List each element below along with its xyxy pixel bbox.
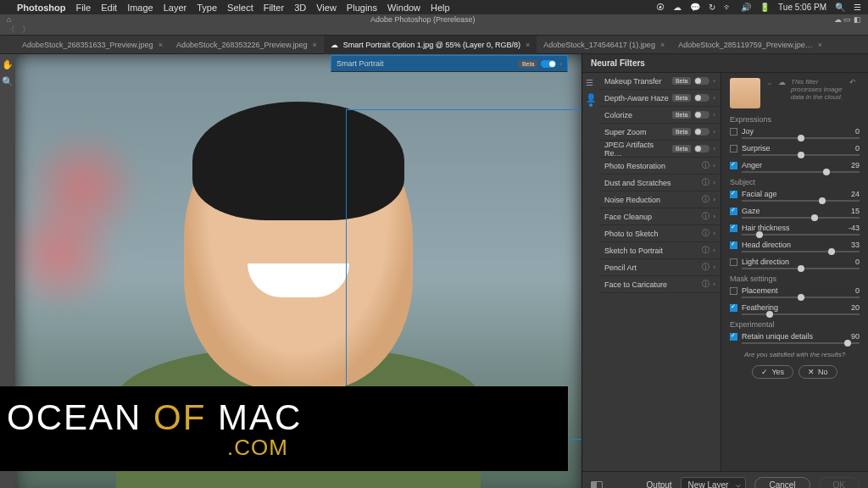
- tab-doc-4[interactable]: AdobeStock_174546417 (1).jpeg×: [537, 36, 671, 54]
- filter-toggle[interactable]: [694, 77, 709, 85]
- minimize-icon[interactable]: ▭: [843, 15, 851, 24]
- filter-depth-aware-haze[interactable]: Depth-Aware HazeBeta›: [599, 90, 721, 107]
- cc-icon[interactable]: ☁: [673, 3, 682, 12]
- slider-track[interactable]: [742, 137, 860, 139]
- info-icon[interactable]: ⓘ: [702, 262, 709, 273]
- tab-doc-1[interactable]: AdobeStock_268351633_Preview.jpeg×: [15, 36, 170, 54]
- slider-track[interactable]: [742, 268, 860, 269]
- slider-checkbox[interactable]: [730, 208, 737, 215]
- filter-makeup-transfer[interactable]: Makeup TransferBeta›: [599, 73, 721, 90]
- info-icon[interactable]: ⓘ: [702, 177, 709, 188]
- control-center-icon[interactable]: ☰: [854, 3, 861, 12]
- close-icon[interactable]: ×: [818, 41, 822, 49]
- info-icon[interactable]: ⓘ: [702, 160, 709, 171]
- filter-face-cleanup[interactable]: Face Cleanupⓘ›: [599, 208, 721, 225]
- slider-checkbox[interactable]: [730, 191, 737, 198]
- filter-tab-portrait-icon[interactable]: 👤: [586, 93, 596, 103]
- slider-knob[interactable]: [766, 311, 773, 318]
- tab-doc-2[interactable]: AdobeStock_268353226_Preview.jpeg×: [170, 36, 324, 54]
- slider-knob[interactable]: [756, 231, 763, 238]
- menu-3d[interactable]: 3D: [294, 3, 306, 13]
- info-icon[interactable]: ⓘ: [702, 211, 709, 222]
- slider-checkbox[interactable]: [730, 128, 737, 136]
- filter-sketch-to-portrait[interactable]: Sketch to Portraitⓘ›: [599, 242, 721, 259]
- app-name[interactable]: Photoshop: [17, 3, 65, 13]
- preview-toggle-icon[interactable]: [591, 481, 603, 489]
- info-icon[interactable]: ⓘ: [702, 194, 709, 205]
- slider-knob[interactable]: [798, 265, 804, 272]
- filter-tab-all-icon[interactable]: ☰: [586, 78, 596, 88]
- slider-track[interactable]: [742, 342, 860, 344]
- slider-checkbox[interactable]: [730, 333, 737, 341]
- chevron-down-icon[interactable]: ⌵: [767, 78, 771, 86]
- slider-checkbox[interactable]: [730, 287, 737, 295]
- slider-track[interactable]: [742, 200, 860, 202]
- filter-noise-reduction[interactable]: Noise Reductionⓘ›: [599, 191, 721, 208]
- chat-icon[interactable]: 💬: [690, 3, 700, 12]
- slider-knob[interactable]: [828, 248, 835, 255]
- record-icon[interactable]: ⦿: [656, 3, 665, 12]
- slider-checkbox[interactable]: [730, 304, 737, 312]
- menu-view[interactable]: View: [316, 3, 337, 13]
- filter-toggle[interactable]: [694, 145, 709, 152]
- slider-checkbox[interactable]: [730, 145, 737, 152]
- menu-filter[interactable]: Filter: [264, 3, 284, 13]
- slider-checkbox[interactable]: [730, 162, 737, 169]
- feedback-yes-button[interactable]: ✓Yes: [752, 365, 793, 379]
- zoom-tool-icon[interactable]: 🔍: [3, 76, 13, 86]
- slider-track[interactable]: [742, 297, 860, 298]
- sync-icon[interactable]: ↻: [709, 3, 715, 12]
- slider-knob[interactable]: [798, 294, 804, 301]
- filter-dust-and-scratches[interactable]: Dust and Scratchesⓘ›: [599, 175, 721, 191]
- menu-window[interactable]: Window: [387, 3, 420, 13]
- menubar-time[interactable]: Tue 5:06 PM: [778, 3, 826, 12]
- menu-type[interactable]: Type: [197, 3, 217, 13]
- filter-pencil-art[interactable]: Pencil Artⓘ›: [599, 259, 721, 276]
- menu-image[interactable]: Image: [127, 3, 153, 13]
- feedback-no-button[interactable]: ✕No: [798, 365, 837, 379]
- filter-photo-restoration[interactable]: Photo Restorationⓘ›: [599, 158, 721, 175]
- filter-toggle[interactable]: [694, 128, 709, 136]
- slider-track[interactable]: [742, 234, 860, 236]
- ok-button[interactable]: OK: [819, 477, 860, 488]
- slider-track[interactable]: [742, 154, 860, 156]
- filter-toggle[interactable]: [694, 111, 709, 119]
- filter-face-to-caricature[interactable]: Face to Caricatureⓘ›: [599, 276, 721, 293]
- menu-file[interactable]: File: [75, 3, 91, 13]
- slider-checkbox[interactable]: [730, 241, 737, 249]
- filter-jpeg-artifacts-re-[interactable]: JPEG Artifacts Re…Beta›: [599, 141, 721, 158]
- close-icon[interactable]: ×: [660, 41, 665, 49]
- slider-knob[interactable]: [819, 197, 826, 204]
- wifi-icon[interactable]: ᯤ: [724, 3, 732, 12]
- info-icon[interactable]: ⓘ: [702, 228, 709, 239]
- face-thumbnail[interactable]: [730, 78, 760, 108]
- cloud-doc-icon[interactable]: ☁: [834, 15, 842, 24]
- hand-tool-icon[interactable]: ✋: [3, 59, 13, 69]
- slider-checkbox[interactable]: [730, 258, 737, 266]
- slider-knob[interactable]: [798, 135, 804, 141]
- nav-fwd-icon[interactable]: 〉: [22, 24, 31, 36]
- slider-knob[interactable]: [844, 340, 851, 347]
- battery-icon[interactable]: 🔋: [760, 3, 770, 12]
- menu-layer[interactable]: Layer: [164, 3, 187, 13]
- slider-knob[interactable]: [798, 152, 804, 158]
- nav-back-icon[interactable]: 〈: [7, 24, 15, 36]
- workspace-icon[interactable]: ◧: [854, 15, 861, 24]
- slider-track[interactable]: [742, 313, 860, 315]
- cancel-button[interactable]: Cancel: [754, 477, 810, 488]
- filter-toggle[interactable]: [694, 94, 709, 102]
- filter-colorize[interactable]: ColorizeBeta›: [599, 107, 721, 124]
- close-icon[interactable]: ×: [159, 41, 163, 49]
- slider-knob[interactable]: [811, 214, 818, 221]
- slider-track[interactable]: [742, 171, 860, 173]
- slider-track[interactable]: [742, 217, 860, 219]
- output-select[interactable]: New Layer: [681, 477, 747, 488]
- filter-photo-to-sketch[interactable]: Photo to Sketchⓘ›: [599, 225, 721, 242]
- filter-super-zoom[interactable]: Super ZoomBeta›: [599, 124, 721, 141]
- slider-checkbox[interactable]: [730, 225, 737, 232]
- slider-track[interactable]: [742, 251, 860, 252]
- menu-plugins[interactable]: Plugins: [347, 3, 377, 13]
- menu-edit[interactable]: Edit: [101, 3, 117, 13]
- close-icon[interactable]: ×: [526, 41, 530, 49]
- menu-help[interactable]: Help: [431, 3, 450, 13]
